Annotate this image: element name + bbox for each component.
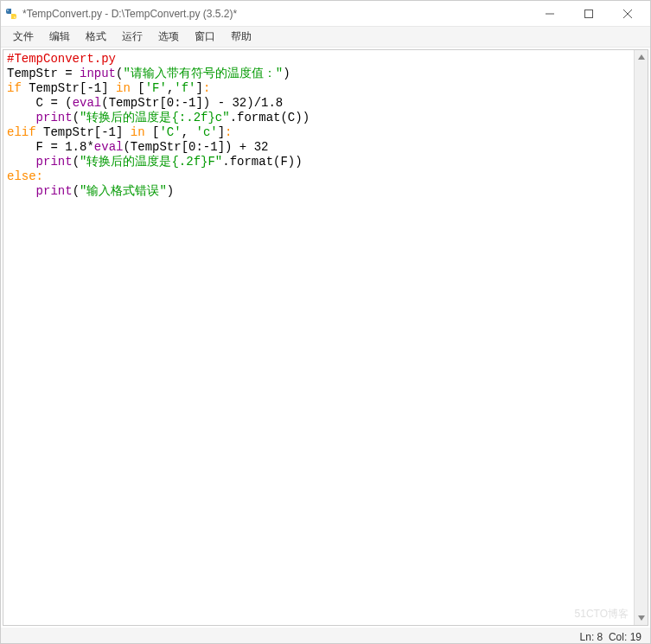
close-button[interactable] <box>608 2 647 26</box>
titlebar: *TempConvert.py - D:\TempConvert.py (3.5… <box>1 1 650 27</box>
maximize-button[interactable] <box>569 2 608 26</box>
svg-rect-3 <box>584 10 592 17</box>
code-line[interactable]: print("转换后的温度是{:.2f}c".format(C)) <box>7 111 630 125</box>
code-line[interactable]: print("输入格式错误") <box>7 184 630 199</box>
line-number: 8 <box>597 631 603 643</box>
menu-edit[interactable]: 编辑 <box>42 28 77 46</box>
line-label: Ln: <box>580 631 595 643</box>
code-line[interactable]: print("转换后的温度是{.2f}F".format(F)) <box>7 155 630 169</box>
code-line[interactable]: C = (eval(TempStr[0:-1]) - 32)/1.8 <box>7 96 630 111</box>
menu-options[interactable]: 选项 <box>151 28 186 46</box>
editor-container: #TempConvert.pyTempStr = input("请输入带有符号的… <box>3 49 648 626</box>
menu-run[interactable]: 运行 <box>115 28 150 46</box>
scroll-up-arrow[interactable] <box>635 50 648 64</box>
watermark: 51CTO博客 <box>575 607 629 622</box>
code-line[interactable]: if TempStr[-1] in ['F','f']: <box>7 81 630 96</box>
col-number: 19 <box>630 631 641 643</box>
code-line[interactable]: else: <box>7 169 630 184</box>
svg-point-1 <box>14 16 16 18</box>
vertical-scrollbar[interactable] <box>634 50 648 625</box>
code-line[interactable]: elif TempStr[-1] in ['C', 'c']: <box>7 125 630 140</box>
code-line[interactable]: F = 1.8*eval(TempStr[0:-1]) + 32 <box>7 140 630 155</box>
scroll-down-arrow[interactable] <box>635 611 648 625</box>
menu-help[interactable]: 帮助 <box>224 28 258 46</box>
menu-format[interactable]: 格式 <box>79 28 113 46</box>
svg-point-0 <box>7 10 9 11</box>
menu-window[interactable]: 窗口 <box>188 28 222 46</box>
col-label: Col: <box>609 631 627 643</box>
window-controls <box>530 2 647 26</box>
statusbar: Ln: 8 Col: 19 <box>1 628 650 644</box>
app-icon <box>4 7 18 21</box>
menubar: 文件 编辑 格式 运行 选项 窗口 帮助 <box>1 27 650 48</box>
code-line[interactable]: TempStr = input("请输入带有符号的温度值：") <box>7 67 630 81</box>
menu-file[interactable]: 文件 <box>6 28 41 46</box>
minimize-button[interactable] <box>530 2 569 26</box>
code-editor[interactable]: #TempConvert.pyTempStr = input("请输入带有符号的… <box>3 50 634 625</box>
code-line[interactable]: #TempConvert.py <box>7 52 630 67</box>
window-title: *TempConvert.py - D:\TempConvert.py (3.5… <box>22 8 530 20</box>
